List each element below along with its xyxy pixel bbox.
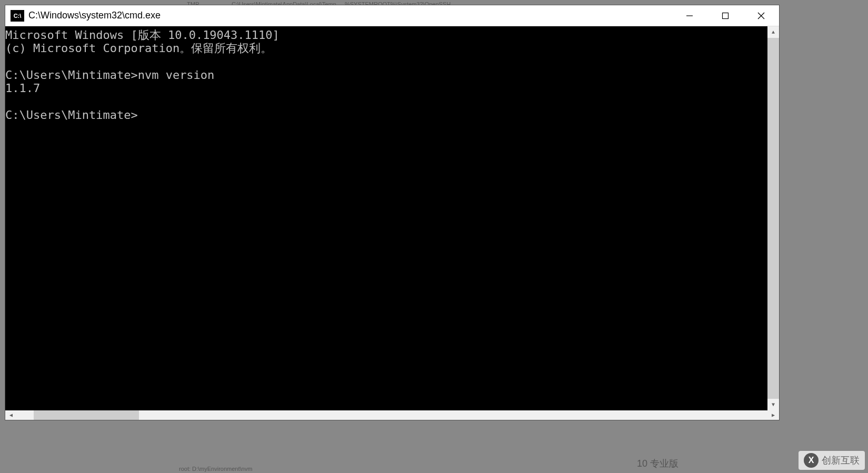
scroll-thumb[interactable] [767, 38, 779, 399]
h-scroll-thumb[interactable] [34, 410, 139, 420]
maximize-icon [722, 12, 729, 19]
close-button[interactable] [743, 5, 779, 26]
window-controls [672, 5, 779, 26]
terminal-area: Microsoft Windows [版本 10.0.19043.1110] (… [5, 26, 779, 410]
scroll-up-arrow[interactable]: ▲ [767, 26, 779, 38]
scroll-right-arrow[interactable]: ▶ [767, 410, 779, 420]
cmd-window: C:\ C:\Windows\system32\cmd.exe Microsof… [5, 5, 780, 420]
terminal-output[interactable]: Microsoft Windows [版本 10.0.19043.1110] (… [5, 26, 767, 410]
watermark: X 创新互联 [799, 451, 865, 470]
bg-os-text: 10 专业版 [637, 457, 679, 470]
bg-bottom-text: root: D:\myEnvironment\nvm [179, 466, 252, 472]
scroll-down-arrow[interactable]: ▼ [767, 399, 779, 410]
horizontal-scrollbar[interactable]: ◀ ▶ [5, 410, 779, 420]
watermark-text: 创新互联 [822, 454, 860, 467]
maximize-button[interactable] [707, 5, 743, 26]
cmd-icon: C:\ [11, 10, 24, 22]
close-icon [757, 12, 765, 19]
scroll-left-arrow[interactable]: ◀ [5, 410, 17, 420]
title-bar[interactable]: C:\ C:\Windows\system32\cmd.exe [5, 5, 779, 26]
window-title: C:\Windows\system32\cmd.exe [28, 10, 672, 21]
vertical-scrollbar[interactable]: ▲ ▼ [767, 26, 779, 410]
svg-rect-1 [723, 13, 729, 19]
scroll-track[interactable] [767, 38, 779, 399]
watermark-icon: X [804, 453, 819, 468]
h-scroll-track[interactable] [17, 410, 767, 420]
minimize-button[interactable] [672, 5, 707, 26]
minimize-icon [686, 12, 693, 19]
